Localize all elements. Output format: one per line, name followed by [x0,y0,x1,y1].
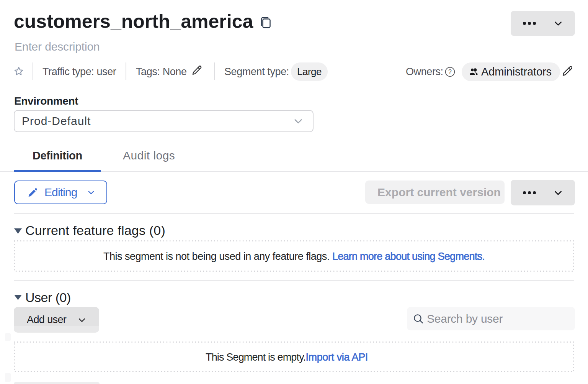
svg-text:?: ? [448,69,452,75]
